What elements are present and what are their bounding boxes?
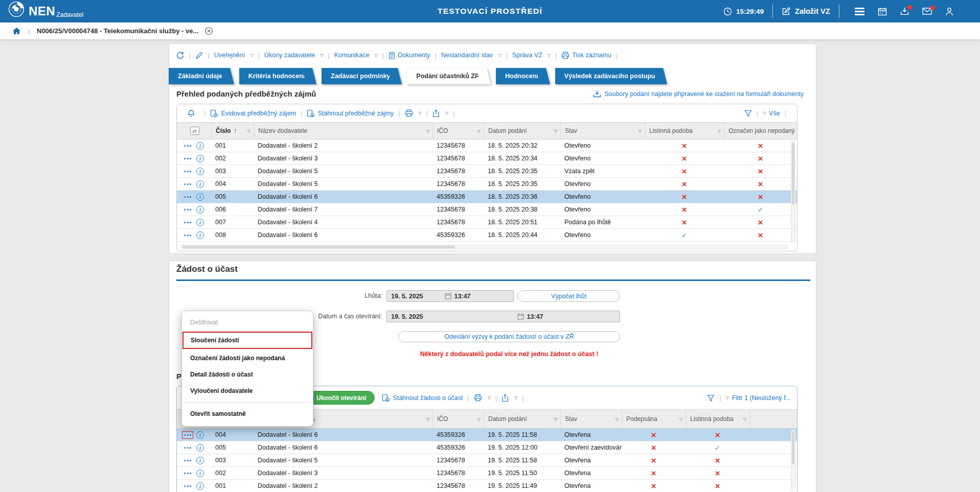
row-more-actions-button[interactable]: [182, 155, 193, 162]
calendar-small-icon[interactable]: [445, 293, 451, 299]
row-info-button[interactable]: i: [196, 180, 204, 188]
column-settings-icon[interactable]: ⇄: [190, 127, 199, 135]
column-header-datum-podani[interactable]: Datum podání▽: [484, 410, 560, 428]
row-info-button[interactable]: i: [196, 457, 204, 464]
menu-item-detail-zadosti-o-ucast[interactable]: Detail žádosti o účast: [182, 366, 313, 383]
filter-selector[interactable]: ▽Filtr 1 (Neuložený f...: [726, 394, 791, 402]
row-more-actions-button[interactable]: [182, 180, 193, 188]
table-row[interactable]: i008Dodavatel - školení 64535932618. 5. …: [177, 229, 797, 242]
vypocet-lhut-button[interactable]: Výpočet lhůt: [517, 290, 620, 302]
table-row[interactable]: i004Dodavatel - školení 51234567818. 5. …: [177, 178, 797, 191]
row-more-actions-button[interactable]: [182, 193, 193, 201]
row-info-button[interactable]: i: [196, 155, 204, 162]
column-filter-caret-icon[interactable]: ▽: [477, 417, 481, 421]
row-info-button[interactable]: i: [196, 193, 204, 201]
calendar-icon[interactable]: [878, 7, 887, 16]
table-row[interactable]: i001Dodavatel - školení 21234567819. 5. …: [177, 480, 797, 492]
table-row[interactable]: i003Dodavatel - školení 51234567818. 5. …: [177, 165, 797, 178]
column-filter-caret-icon[interactable]: ▽: [718, 129, 721, 133]
column-header-podepsana[interactable]: Podepsána▽: [622, 410, 686, 428]
column-filter-caret-icon[interactable]: ▽: [639, 129, 642, 133]
column-header-listinna-podoba[interactable]: Listinná podoba▽: [645, 123, 724, 139]
column-header-datum-podani[interactable]: Datum podání▽: [484, 123, 560, 139]
row-more-actions-button[interactable]: [182, 219, 193, 226]
messages-icon[interactable]: [922, 8, 932, 15]
menu-item-oznaceni-zadosti-jako-nepodana[interactable]: Označení žádosti jako nepodaná: [182, 350, 313, 366]
row-more-actions-button[interactable]: [182, 431, 193, 439]
calendar-small-icon[interactable]: [517, 313, 524, 320]
create-vz-button[interactable]: Založit VZ: [795, 7, 830, 15]
row-info-button[interactable]: i: [196, 206, 204, 214]
user-profile-icon[interactable]: [945, 7, 953, 16]
row-more-actions-button[interactable]: [182, 470, 193, 477]
filter-funnel-icon[interactable]: [744, 110, 752, 117]
column-header-ico[interactable]: IČO▽: [432, 123, 484, 139]
home-icon[interactable]: [12, 27, 21, 35]
menu-ukony-zadavatele[interactable]: Úkony zadavatele▽: [264, 52, 324, 59]
oteviranie-field[interactable]: 19. 5. 2025 13:47: [386, 311, 620, 322]
table-row[interactable]: i007Dodavatel - školení 41234567818. 5. …: [177, 216, 797, 229]
column-filter-caret-icon[interactable]: ▽: [247, 129, 250, 133]
menu-uverejneni[interactable]: Uveřejnění▽: [214, 52, 254, 59]
row-info-button[interactable]: i: [196, 219, 204, 226]
lhuta-field[interactable]: 19. 5. 2025 13:47: [386, 290, 514, 302]
filter-funnel-icon[interactable]: [707, 394, 715, 402]
column-filter-caret-icon[interactable]: ▽: [679, 417, 682, 421]
tab-hodnoceni[interactable]: Hodnocení: [496, 68, 543, 84]
bell-icon[interactable]: [187, 109, 195, 118]
table-row[interactable]: i003Dodavatel - školení 51234567819. 5. …: [177, 454, 797, 467]
menu-hamburger-icon[interactable]: [855, 6, 864, 17]
row-info-button[interactable]: i: [196, 431, 204, 439]
column-header-ico[interactable]: IČO▽: [432, 410, 484, 428]
row-more-actions-button[interactable]: [182, 231, 193, 239]
files-download-link[interactable]: Soubory podání najdete připravené ke sta…: [583, 90, 804, 98]
downloads-tray-icon[interactable]: [900, 7, 909, 15]
print-table-button[interactable]: ▽: [474, 394, 491, 402]
table-row[interactable]: i001Dodavatel - školení 21234567818. 5. …: [177, 139, 797, 152]
column-header-stav[interactable]: Stav▽: [560, 123, 645, 139]
row-more-actions-button[interactable]: [182, 457, 193, 464]
row-more-actions-button[interactable]: [182, 142, 193, 150]
table-row[interactable]: i005Dodavatel - školení 64535932618. 5. …: [177, 191, 797, 203]
menu-tisk-zaznamu[interactable]: Tisk záznamu: [561, 52, 611, 59]
tab-zakladni-udaje[interactable]: Základní údaje: [169, 68, 227, 84]
row-info-button[interactable]: i: [196, 470, 204, 477]
column-filter-caret-icon[interactable]: ▽: [426, 129, 429, 133]
menu-item-vylouceni-dodavatele[interactable]: Vyloučení dodavatele: [182, 383, 313, 399]
tab-kriteria-hodnoceni[interactable]: Kritéria hodnocení: [239, 68, 310, 84]
stahnout-zadosti-button[interactable]: Stáhnout žádosti o účast: [382, 394, 463, 402]
row-info-button[interactable]: i: [196, 444, 204, 452]
row-more-actions-button[interactable]: [182, 444, 193, 452]
refresh-icon[interactable]: [176, 51, 185, 60]
breadcrumb-close-icon[interactable]: [204, 27, 213, 35]
breadcrumb-item[interactable]: N006/25/V00004748 - Telekomunikační služ…: [37, 27, 198, 35]
table1-vertical-scrollbar[interactable]: [791, 141, 795, 243]
column-filter-caret-icon[interactable]: ▽: [616, 417, 619, 421]
ukoncit-oteviranie-button[interactable]: Ukončit otevírání: [308, 391, 375, 405]
table-row[interactable]: i005Dodavatel - školení 64535932619. 5. …: [177, 441, 797, 454]
table-row[interactable]: i004Dodavatel - školení 64535932619. 5. …: [177, 429, 797, 441]
stahnout-predbezne-zajmy-button[interactable]: Stáhnout předběžné zájmy: [307, 109, 394, 118]
tab-podani-ucastniku-zp[interactable]: Podání účastníků ZP: [407, 68, 484, 84]
row-more-actions-button[interactable]: [182, 482, 193, 490]
menu-sprava-vz[interactable]: Správa VZ▽: [512, 52, 551, 59]
export-table-button[interactable]: ▽: [502, 394, 517, 402]
column-header-cislo[interactable]: Číslo↑▽: [211, 123, 254, 139]
row-info-button[interactable]: i: [196, 168, 204, 175]
table-row[interactable]: i006Dodavatel - školení 71234567818. 5. …: [177, 203, 797, 216]
filter-all-selector[interactable]: ▽Vše: [763, 110, 780, 117]
column-filter-caret-icon[interactable]: ▽: [426, 417, 429, 421]
menu-item-slouceni-zadosti[interactable]: Sloučení žádostí: [183, 332, 312, 349]
menu-item-otevrit-samostatne[interactable]: Otevřít samostatně: [182, 406, 313, 422]
row-info-button[interactable]: i: [196, 231, 204, 239]
column-filter-caret-icon[interactable]: ▽: [743, 417, 746, 421]
menu-dokumenty[interactable]: Dokumenty: [389, 52, 430, 59]
column-filter-caret-icon[interactable]: ▽: [477, 129, 481, 133]
export-table-button[interactable]: ▽: [432, 109, 448, 118]
menu-komunikace[interactable]: Komunikace▽: [334, 52, 378, 59]
column-header-nazev-dodavatele[interactable]: Název dodavatele▽: [254, 123, 432, 139]
row-more-actions-button[interactable]: [182, 168, 193, 175]
tab-zadavaci-podminky[interactable]: Zadávací podmínky: [322, 68, 395, 84]
row-info-button[interactable]: i: [196, 482, 204, 490]
tab-vysledek-zadavaciho-postupu[interactable]: Výsledek zadávacího postupu: [555, 68, 660, 84]
